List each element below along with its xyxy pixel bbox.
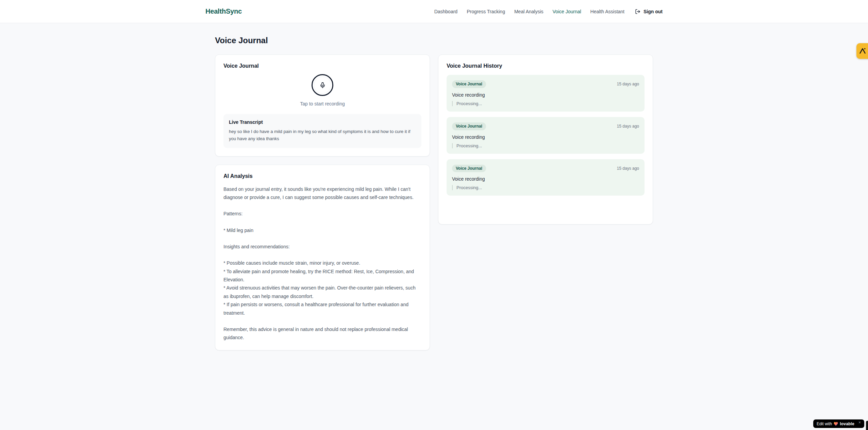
tap-to-record-hint: Tap to start recording — [300, 101, 345, 106]
entry-timestamp: 15 days ago — [617, 82, 639, 86]
analysis-paragraph: Insights and recommendations: — [223, 243, 421, 251]
history-entry[interactable]: Voice Journal 15 days ago Voice recordin… — [447, 75, 645, 112]
nav-voice-journal[interactable]: Voice Journal — [553, 9, 581, 14]
voice-journal-history-card: Voice Journal History Voice Journal 15 d… — [438, 54, 653, 225]
nav-meal-analysis[interactable]: Meal Analysis — [514, 9, 544, 14]
lovable-prefix-label: Edit with — [817, 421, 832, 426]
main-content: Voice Journal Voice Journal Tap to start… — [215, 23, 653, 364]
recorder-card-title: Voice Journal — [223, 63, 421, 69]
live-transcript-text: hey so like I do have a mild pain in my … — [229, 128, 416, 143]
analysis-paragraph: * Mild leg pain — [223, 226, 421, 234]
analysis-paragraph: Based on your journal entry, it sounds l… — [223, 185, 421, 202]
entry-label: Voice recording — [452, 176, 639, 182]
entry-status: Processing... — [452, 185, 639, 190]
entry-timestamp: 15 days ago — [617, 124, 639, 129]
app-header: HealthSync Dashboard Progress Tracking M… — [0, 0, 868, 23]
sign-out-label: Sign out — [644, 9, 663, 14]
history-entry[interactable]: Voice Journal 15 days ago Voice recordin… — [447, 117, 645, 154]
analysis-paragraph: Remember, this advice is general in natu… — [223, 325, 421, 342]
entry-type-badge: Voice Journal — [452, 165, 486, 172]
sign-out-icon — [635, 9, 640, 14]
analysis-paragraph: Patterns: — [223, 210, 421, 218]
edge-fragment — [866, 421, 868, 430]
page-title: Voice Journal — [215, 36, 653, 45]
live-transcript-title: Live Transcript — [229, 119, 416, 125]
nav-health-assistant[interactable]: Health Assistant — [590, 9, 624, 14]
live-transcript-box: Live Transcript hey so like I do have a … — [223, 114, 421, 148]
entry-label: Voice recording — [452, 92, 639, 98]
close-icon[interactable]: × — [858, 420, 861, 425]
entry-type-badge: Voice Journal — [452, 80, 486, 88]
entry-status: Processing... — [452, 101, 639, 106]
nav-dashboard[interactable]: Dashboard — [434, 9, 458, 14]
entry-timestamp: 15 days ago — [617, 166, 639, 171]
side-panel-logo-icon — [859, 47, 866, 55]
mic-area: Tap to start recording — [223, 69, 421, 108]
edit-with-lovable-badge[interactable]: Edit with lovable × — [813, 419, 864, 428]
main-nav: Dashboard Progress Tracking Meal Analysi… — [434, 9, 663, 14]
history-entry[interactable]: Voice Journal 15 days ago Voice recordin… — [447, 159, 645, 196]
voice-journal-card: Voice Journal Tap to start recording Liv… — [215, 54, 430, 156]
heart-icon — [834, 422, 838, 426]
side-panel-badge[interactable] — [856, 43, 868, 59]
analysis-paragraph: * Possible causes include muscle strain,… — [223, 259, 421, 317]
sign-out-button[interactable]: Sign out — [635, 9, 663, 14]
app-logo[interactable]: HealthSync — [205, 7, 242, 15]
history-card-title: Voice Journal History — [447, 63, 645, 69]
entry-type-badge: Voice Journal — [452, 122, 486, 130]
entry-label: Voice recording — [452, 134, 639, 140]
ai-analysis-title: AI Analysis — [223, 173, 421, 179]
lovable-brand-label: lovable — [840, 421, 854, 426]
record-button[interactable] — [312, 74, 333, 96]
microphone-icon — [319, 82, 326, 88]
entry-status: Processing... — [452, 143, 639, 148]
ai-analysis-card: AI Analysis Based on your journal entry,… — [215, 165, 430, 350]
nav-progress-tracking[interactable]: Progress Tracking — [467, 9, 505, 14]
